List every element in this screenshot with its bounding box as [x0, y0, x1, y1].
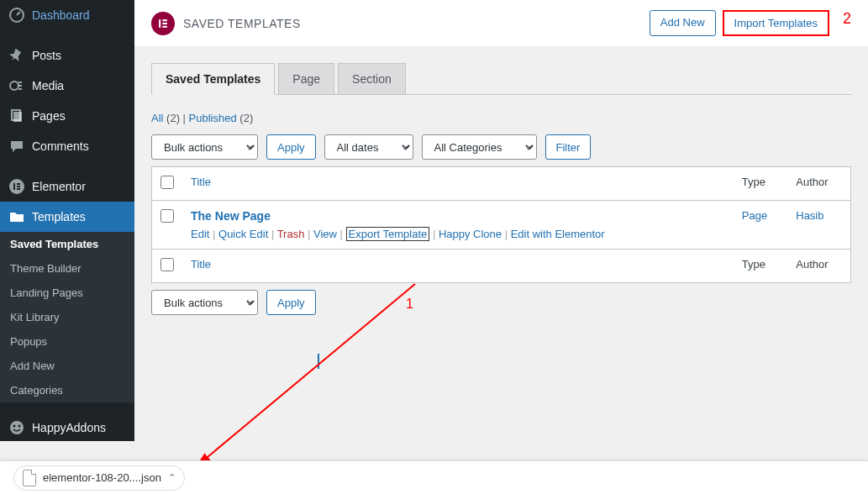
sub-kit-library[interactable]: Kit Library [0, 305, 134, 329]
category-filter-select[interactable]: All Categories [422, 134, 537, 160]
happyaddons-icon [8, 419, 25, 436]
apply-button-top[interactable]: Apply [266, 134, 316, 160]
action-edit-elementor[interactable]: Edit with Elementor [511, 228, 605, 240]
col-title-footer[interactable]: Title [182, 250, 734, 283]
tab-section[interactable]: Section [338, 63, 406, 94]
elementor-icon [8, 178, 25, 195]
page-header: SAVED TEMPLATES Add New Import Templates… [134, 0, 868, 46]
svg-rect-8 [17, 188, 20, 190]
sub-popups[interactable]: Popups [0, 329, 134, 354]
select-all-checkbox-footer[interactable] [160, 258, 174, 271]
header-actions: Add New Import Templates 2 [650, 10, 851, 36]
sidebar-label: HappyAddons [32, 421, 106, 434]
action-quick-edit[interactable]: Quick Edit [218, 228, 268, 240]
sub-add-new[interactable]: Add New [0, 354, 134, 378]
sidebar-item-dashboard[interactable]: Dashboard [0, 0, 134, 30]
status-filter-links: All (2) | Published (2) [151, 112, 851, 124]
sidebar-item-posts[interactable]: Posts [0, 40, 134, 71]
content-area: Saved Templates Page Section All (2) | P… [134, 46, 868, 339]
svg-point-1 [10, 81, 18, 90]
action-edit[interactable]: Edit [191, 228, 209, 240]
pin-icon [8, 47, 25, 64]
filter-button[interactable]: Filter [545, 134, 592, 160]
col-author: Author [787, 167, 850, 201]
apply-button-bottom[interactable]: Apply [266, 290, 316, 315]
select-all-checkbox[interactable] [160, 176, 174, 189]
folder-icon [8, 208, 25, 225]
admin-sidebar: Dashboard Posts Media Pages Comments Ele… [0, 0, 134, 441]
templates-table: Title Type Author The New Page Edit | Qu… [151, 166, 851, 283]
separator: | [183, 112, 189, 124]
comments-icon [8, 138, 25, 155]
sub-saved-templates[interactable]: Saved Templates [0, 232, 134, 256]
sidebar-label: Pages [32, 109, 66, 123]
col-type: Type [734, 167, 787, 201]
date-filter-select[interactable]: All dates [324, 134, 413, 160]
action-view[interactable]: View [313, 228, 337, 240]
elementor-logo [151, 12, 175, 35]
svg-rect-3 [13, 112, 22, 122]
svg-rect-5 [13, 183, 15, 190]
col-author-footer: Author [787, 250, 850, 283]
download-item[interactable]: elementor-108-20....json ⌃ [13, 465, 185, 491]
sidebar-label: Templates [32, 210, 86, 223]
sub-landing-pages[interactable]: Landing Pages [0, 281, 134, 305]
bulk-actions-select[interactable]: Bulk actions [151, 134, 258, 160]
dashboard-icon [8, 7, 25, 24]
pages-icon [8, 108, 25, 124]
row-type[interactable]: Page [742, 209, 767, 222]
sidebar-label: Media [32, 79, 64, 92]
main-content: SAVED TEMPLATES Add New Import Templates… [134, 0, 868, 339]
sidebar-item-pages[interactable]: Pages [0, 101, 134, 131]
annotation-2: 2 [843, 10, 851, 36]
table-row: The New Page Edit | Quick Edit | Trash |… [152, 201, 851, 250]
action-export-template[interactable]: Export Template [346, 227, 430, 241]
svg-rect-12 [159, 19, 160, 28]
svg-rect-7 [17, 186, 20, 187]
row-checkbox[interactable] [160, 209, 174, 223]
svg-point-11 [18, 425, 21, 428]
tab-page[interactable]: Page [278, 63, 334, 94]
col-title[interactable]: Title [182, 167, 734, 201]
sidebar-item-happyaddons[interactable]: HappyAddons [0, 413, 134, 443]
import-highlight-box: Import Templates [723, 10, 829, 36]
sidebar-item-templates[interactable]: Templates [0, 202, 134, 232]
tablenav-top: Bulk actions Apply All dates All Categor… [151, 134, 851, 160]
action-happy-clone[interactable]: Happy Clone [439, 228, 502, 240]
tab-saved-templates[interactable]: Saved Templates [151, 63, 275, 95]
sidebar-label: Comments [32, 139, 89, 153]
row-author[interactable]: Hasib [796, 209, 823, 222]
all-count: (2) [166, 112, 180, 124]
action-trash[interactable]: Trash [277, 228, 305, 240]
svg-point-10 [13, 425, 16, 428]
page-title: SAVED TEMPLATES [183, 17, 301, 30]
template-tabs: Saved Templates Page Section [151, 63, 851, 95]
sidebar-label: Posts [32, 49, 61, 62]
file-icon [23, 470, 36, 486]
select-all-header [152, 167, 183, 201]
sub-categories[interactable]: Categories [0, 378, 134, 402]
bulk-actions-select-bottom[interactable]: Bulk actions [151, 290, 258, 315]
sidebar-label: Elementor [32, 180, 86, 193]
browser-download-bar: elementor-108-20....json ⌃ [0, 460, 868, 494]
sidebar-submenu-templates: Saved Templates Theme Builder Landing Pa… [0, 232, 134, 402]
sidebar-item-comments[interactable]: Comments [0, 131, 134, 161]
add-new-button[interactable]: Add New [650, 10, 716, 36]
row-title-link[interactable]: The New Page [191, 209, 271, 223]
sidebar-label: Dashboard [32, 8, 90, 22]
annotation-1: 1 [406, 297, 413, 312]
download-filename: elementor-108-20....json [43, 471, 161, 484]
sub-theme-builder[interactable]: Theme Builder [0, 256, 134, 281]
chevron-up-icon: ⌃ [168, 472, 176, 483]
filter-all[interactable]: All [151, 112, 163, 124]
import-templates-button[interactable]: Import Templates [724, 12, 828, 34]
svg-rect-13 [162, 19, 167, 21]
sidebar-item-elementor[interactable]: Elementor [0, 171, 134, 202]
sidebar-item-media[interactable]: Media [0, 71, 134, 101]
svg-rect-15 [162, 25, 167, 27]
filter-published[interactable]: Published [189, 112, 237, 124]
row-actions: Edit | Quick Edit | Trash | View | Expor… [191, 228, 725, 240]
svg-point-9 [10, 421, 24, 434]
svg-rect-14 [162, 22, 167, 24]
published-count: (2) [239, 112, 253, 124]
